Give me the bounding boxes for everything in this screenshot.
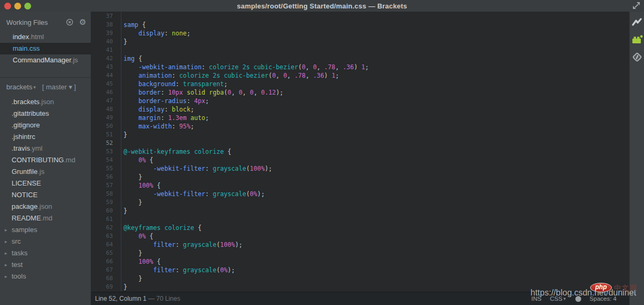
live-preview-button[interactable] xyxy=(631,17,643,27)
code-line-58[interactable]: 58 -webkit-filter: grayscale(0%); xyxy=(91,190,629,198)
code-line-66[interactable]: 66 100% { xyxy=(91,257,629,266)
tree-item-gitattributes[interactable]: .gitattributes xyxy=(0,108,91,119)
code-line-61[interactable]: 61 xyxy=(91,215,629,224)
code-line-52[interactable]: 52 xyxy=(91,139,629,147)
tree-item-samples[interactable]: ▸samples xyxy=(0,224,91,236)
tree-item-tasks[interactable]: ▸tasks xyxy=(0,247,91,259)
code-line-44[interactable]: 44 animation: colorize 2s cubic-bezier(0… xyxy=(91,71,629,80)
code-text: 100% { xyxy=(124,181,160,190)
line-number: 57 xyxy=(91,181,121,190)
code-text: border-radius: 4px; xyxy=(124,97,209,105)
code-line-49[interactable]: 49 margin: 1.3em auto; xyxy=(91,114,629,122)
code-line-68[interactable]: 68 } xyxy=(91,274,629,283)
file-name: package xyxy=(12,202,37,210)
tree-item-README[interactable]: README.md xyxy=(0,212,91,224)
traffic-lights xyxy=(4,3,31,10)
extension-manager-button[interactable] xyxy=(631,34,643,45)
tree-item-travis[interactable]: .travis.yml xyxy=(0,143,91,154)
code-line-42[interactable]: 42img { xyxy=(91,54,629,63)
code-line-65[interactable]: 65 } xyxy=(91,249,629,257)
chevron-right-icon: ▸ xyxy=(5,236,7,247)
line-number: 41 xyxy=(91,46,121,54)
file-extension: .md xyxy=(64,156,75,164)
code-text: max-width: 95%; xyxy=(124,122,194,131)
file-name: README xyxy=(12,214,41,222)
file-name: samples xyxy=(12,226,37,234)
gear-icon[interactable]: ⚙ xyxy=(79,19,87,26)
project-name-dropdown[interactable]: brackets xyxy=(6,83,32,91)
code-text: img { xyxy=(124,54,142,63)
tree-item-gitignore[interactable]: .gitignore xyxy=(0,119,91,131)
close-all-files-icon[interactable] xyxy=(66,19,73,26)
code-text: animation: colorize 2s cubic-bezier(0, 0… xyxy=(124,71,339,80)
code-line-45[interactable]: 45 background: transparent; xyxy=(91,80,629,88)
tree-item-LICENSE[interactable]: LICENSE xyxy=(0,178,91,189)
editor-pane: 3738samp {39 display: none;40}4142img {4… xyxy=(91,12,629,305)
code-line-43[interactable]: 43 -webkit-animation: colorize 2s cubic-… xyxy=(91,63,629,71)
code-line-39[interactable]: 39 display: none; xyxy=(91,29,629,38)
line-number: 54 xyxy=(91,156,121,164)
git-branch-dropdown[interactable]: [ master ▾ ] xyxy=(42,83,76,91)
line-number: 67 xyxy=(91,266,121,274)
code-line-67[interactable]: 67 filter: grayscale(0%); xyxy=(91,266,629,274)
sidebar: Working Files ⚙ index.htmlmain.cssComman… xyxy=(0,12,91,305)
line-number: 60 xyxy=(91,207,121,215)
tree-item-tools[interactable]: ▸tools xyxy=(0,271,91,282)
tree-item-test[interactable]: ▸test xyxy=(0,259,91,271)
close-window-button[interactable] xyxy=(4,3,11,10)
file-name: CommandManager xyxy=(13,56,71,64)
lightning-icon xyxy=(632,18,642,26)
file-name: .gitattributes xyxy=(12,109,49,117)
code-line-59[interactable]: 59 } xyxy=(91,198,629,207)
code-text: } xyxy=(124,249,142,257)
code-line-62[interactable]: 62@keyframes colorize { xyxy=(91,224,629,232)
file-name: NOTICE xyxy=(12,191,37,199)
code-line-54[interactable]: 54 0% { xyxy=(91,156,629,164)
line-number: 66 xyxy=(91,257,121,266)
line-number: 55 xyxy=(91,164,121,173)
file-name: Gruntfile xyxy=(12,168,37,175)
tree-item-brackets[interactable]: .brackets.json xyxy=(0,96,91,108)
code-line-51[interactable]: 51} xyxy=(91,131,629,139)
code-line-64[interactable]: 64 filter: grayscale(100%); xyxy=(91,241,629,249)
line-number: 44 xyxy=(91,71,121,80)
file-name: main xyxy=(13,44,27,52)
code-line-55[interactable]: 55 -webkit-filter: grayscale(100%); xyxy=(91,164,629,173)
code-text: filter: grayscale(100%); xyxy=(124,241,242,249)
file-extension: .json xyxy=(37,202,52,210)
minimize-window-button[interactable] xyxy=(14,3,21,10)
code-text: margin: 1.3em auto; xyxy=(124,114,209,122)
code-line-56[interactable]: 56 } xyxy=(91,173,629,181)
file-name: tasks xyxy=(12,249,27,257)
working-file-index.html[interactable]: index.html xyxy=(0,31,91,43)
code-line-48[interactable]: 48 display: block; xyxy=(91,105,629,114)
tree-item-Gruntfile[interactable]: Gruntfile.js xyxy=(0,166,91,178)
tree-item-src[interactable]: ▸src xyxy=(0,236,91,247)
expand-arrows-icon[interactable] xyxy=(632,2,641,10)
working-files-header: Working Files ⚙ xyxy=(6,17,87,27)
line-number: 46 xyxy=(91,88,121,97)
line-number: 48 xyxy=(91,105,121,114)
git-panel-button[interactable] xyxy=(631,52,643,62)
code-line-41[interactable]: 41 xyxy=(91,46,629,54)
line-number: 50 xyxy=(91,122,121,131)
tree-item-CONTRIBUTING[interactable]: CONTRIBUTING.md xyxy=(0,154,91,166)
code-line-47[interactable]: 47 border-radius: 4px; xyxy=(91,97,629,105)
working-file-main.css[interactable]: main.css xyxy=(0,43,91,54)
code-line-46[interactable]: 46 border: 10px solid rgba(0, 0, 0, 0.12… xyxy=(91,88,629,97)
code-line-50[interactable]: 50 max-width: 95%; xyxy=(91,122,629,131)
tree-item-jshintrc[interactable]: .jshintrc xyxy=(0,131,91,143)
code-line-40[interactable]: 40} xyxy=(91,38,629,46)
tree-item-package[interactable]: package.json xyxy=(0,201,91,212)
code-text: 100% { xyxy=(124,257,160,266)
working-file-CommandManager.js[interactable]: CommandManager.js xyxy=(0,54,91,66)
zoom-window-button[interactable] xyxy=(24,3,31,10)
code-editor[interactable]: 3738samp {39 display: none;40}4142img {4… xyxy=(91,12,629,292)
code-line-38[interactable]: 38samp { xyxy=(91,21,629,29)
tree-item-NOTICE[interactable]: NOTICE xyxy=(0,189,91,201)
code-line-63[interactable]: 63 0% { xyxy=(91,232,629,241)
code-line-53[interactable]: 53@-webkit-keyframes colorize { xyxy=(91,147,629,156)
code-line-57[interactable]: 57 100% { xyxy=(91,181,629,190)
code-line-37[interactable]: 37 xyxy=(91,12,629,21)
code-line-60[interactable]: 60} xyxy=(91,207,629,215)
